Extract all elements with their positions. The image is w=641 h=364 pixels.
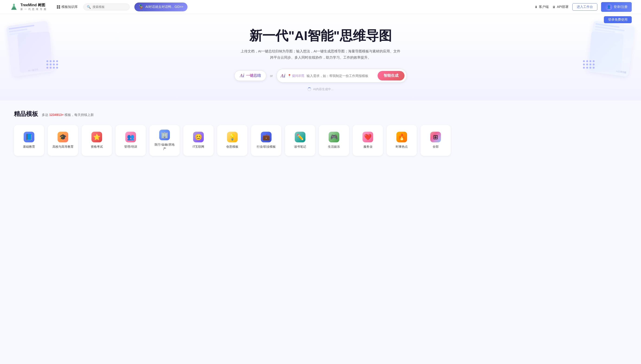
login-register-button[interactable]: 👤 登录/注册 (601, 2, 632, 12)
smart-gen-input[interactable] (306, 74, 375, 78)
category-item-service-industry[interactable]: ❤️服务业 (353, 125, 383, 156)
subtitle-suffix: 模板，每天持续上新 (65, 113, 94, 116)
category-label-it-internet: IT互联网 (193, 145, 204, 149)
category-item-basic-education[interactable]: 📘基础教育 (14, 125, 44, 156)
category-icon-service-industry: ❤️ (363, 132, 373, 142)
smart-input-box: Ai 📍 提问示范 智能生成 (277, 69, 407, 82)
download-icon: ⬇ (535, 5, 537, 9)
api-deploy-label: API部署 (557, 5, 569, 9)
search-input[interactable] (93, 5, 126, 8)
category-label-medical-finance: 医疗/金融/房地产 (153, 142, 176, 151)
category-grid: 📘基础教育🎓高校与高等教育⭐资格考试👥管理/培训🏢医疗/金融/房地产😊IT互联网… (14, 125, 627, 156)
nav-right: ⬇ 客户端 🖥 API部署 进入工作台 👤 登录/注册 (535, 2, 632, 12)
templates-count: 1234913+ (49, 113, 64, 116)
hint-icon: 📍 (287, 74, 291, 78)
generating-text: AI内容生成中... (313, 87, 334, 91)
category-label-service-industry: 服务业 (364, 145, 373, 149)
category-item-creative-templates[interactable]: 💡创意模板 (217, 125, 247, 156)
nav-template-label: 模板知识库 (62, 5, 78, 9)
hero-title: 新一代"AI智能"思维导图 (5, 28, 636, 43)
category-item-all[interactable]: ⊞全部 (421, 125, 451, 156)
category-label-industry-career: 行业/职业模板 (257, 145, 276, 149)
category-item-it-internet[interactable]: 😊IT互联网 (183, 125, 213, 156)
search-bar[interactable]: 🔍 (83, 4, 130, 10)
category-icon-reading-notes: ✏️ (295, 132, 305, 142)
user-avatar: 👤 (605, 4, 612, 10)
logo-icon (9, 2, 19, 12)
free-register-button[interactable]: 登录免费使用 (604, 16, 632, 23)
parrot-icon: 🦆 (139, 4, 144, 10)
category-item-life-entertainment[interactable]: 🎮生活娱乐 (319, 125, 349, 156)
dots-left (47, 60, 58, 69)
templates-section: 精品模板 多达 1234913+ 模板，每天持续上新 📘基础教育🎓高校与高等教育… (0, 100, 641, 160)
category-label-hot-topics: 时事热点 (396, 145, 408, 149)
category-icon-medical-finance: 🏢 (159, 130, 170, 140)
dots-right (583, 60, 594, 69)
login-label: 登录/注册 (614, 5, 627, 9)
api-deploy-btn[interactable]: 🖥 API部署 (552, 5, 569, 9)
category-label-qualification-exam: 资格考试 (91, 145, 103, 149)
category-label-management-training: 管理/培训 (124, 145, 137, 149)
or-separator: or (270, 74, 273, 78)
ai-banner-button[interactable]: 🦆 AI对话就去对话鸭，GO>> (134, 2, 187, 11)
category-icon-creative-templates: 💡 (227, 132, 238, 142)
category-item-higher-education[interactable]: 🎓高校与高等教育 (48, 125, 78, 156)
client-download-label: 客户端 (539, 5, 549, 9)
category-icon-hot-topics: 🔥 (396, 132, 407, 142)
category-label-basic-education: 基础教育 (23, 145, 35, 149)
action-area: Ai 一键总结 or Ai 📍 提问示范 智能生成 (5, 69, 636, 82)
category-icon-it-internet: 😊 (193, 132, 204, 142)
category-icon-industry-career: 💼 (261, 132, 271, 142)
nav-template-library[interactable]: 模板知识库 (54, 0, 81, 14)
ai-logo-icon: Ai (240, 73, 244, 78)
category-icon-qualification-exam: ⭐ (91, 132, 102, 142)
generating-hint: AI内容生成中... (5, 87, 636, 91)
category-icon-all: ⊞ (430, 132, 441, 142)
ai-logo-medium: Ai (280, 73, 285, 79)
client-download-btn[interactable]: ⬇ 客户端 (535, 5, 549, 9)
category-item-medical-finance[interactable]: 🏢医疗/金融/房地产 (149, 125, 180, 156)
navbar: TreeMind 树图 新 一 代 思 维 导 图 模板知识库 🔍 🦆 AI对话… (0, 0, 641, 14)
category-label-creative-templates: 创意模板 (226, 145, 238, 149)
category-icon-life-entertainment: 🎮 (329, 132, 339, 142)
api-icon: 🖥 (552, 5, 556, 9)
category-item-industry-career[interactable]: 💼行业/职业模板 (251, 125, 281, 156)
category-icon-management-training: 👥 (125, 132, 136, 142)
brand-name: TreeMind 树图 (21, 3, 47, 8)
category-item-qualification-exam[interactable]: ⭐资格考试 (82, 125, 112, 156)
ai-banner-label: AI对话就去对话鸭，GO>> (146, 5, 183, 9)
category-label-reading-notes: 读书笔记 (294, 145, 306, 149)
templates-title: 精品模板 (14, 110, 38, 118)
enter-workspace-button[interactable]: 进入工作台 (572, 3, 597, 11)
prompt-hint-label: 提问示范 (292, 74, 304, 78)
hero-section: AI一键总结 AI思维导图 新一代"AI智能"思维导图 上传文档，AI一键总结归… (0, 14, 641, 100)
category-label-all: 全部 (433, 145, 439, 149)
search-icon: 🔍 (87, 5, 91, 9)
category-item-management-training[interactable]: 👥管理/培训 (116, 125, 146, 156)
category-label-life-entertainment: 生活娱乐 (328, 145, 340, 149)
svg-point-2 (13, 4, 15, 6)
templates-header: 精品模板 多达 1234913+ 模板，每天持续上新 (14, 110, 627, 118)
smart-gen-button[interactable]: 智能生成 (378, 71, 405, 80)
loading-spinner (307, 88, 311, 91)
hero-description: 上传文档，AI一键总结归纳为导图；输入想法，AI一键生成思维导图；海量导图模板与… (239, 48, 402, 60)
logo[interactable]: TreeMind 树图 新 一 代 思 维 导 图 (9, 2, 47, 12)
prompt-hint[interactable]: 📍 提问示范 (287, 74, 304, 78)
one-key-label: 一键总结 (246, 73, 261, 78)
templates-subtitle: 多达 1234913+ 模板，每天持续上新 (42, 113, 94, 117)
category-label-higher-education: 高校与高等教育 (53, 145, 74, 149)
one-key-summarize-button[interactable]: Ai 一键总结 (234, 70, 266, 81)
grid-icon (57, 5, 60, 8)
category-item-reading-notes[interactable]: ✏️读书笔记 (285, 125, 315, 156)
subtitle-prefix: 多达 (42, 113, 48, 116)
brand-subtitle: 新 一 代 思 维 导 图 (21, 8, 47, 11)
category-item-hot-topics[interactable]: 🔥时事热点 (387, 125, 417, 156)
category-icon-higher-education: 🎓 (58, 132, 68, 142)
category-icon-basic-education: 📘 (24, 132, 34, 142)
